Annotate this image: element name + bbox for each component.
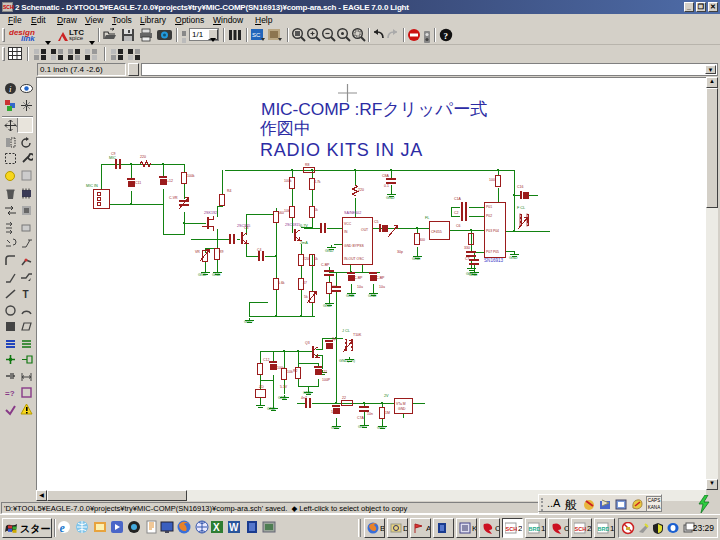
svg-text:T10K: T10K — [353, 333, 362, 337]
svg-text:P02: P02 — [486, 214, 492, 218]
svg-text:GND: GND — [358, 425, 367, 429]
svg-text:C6: C6 — [456, 224, 461, 228]
svg-text:4n7: 4n7 — [301, 396, 307, 400]
svg-text:P07 P05: P07 P05 — [486, 250, 499, 254]
svg-text:1k: 1k — [314, 208, 318, 212]
svg-text:GND BYPSS: GND BYPSS — [344, 244, 365, 248]
svg-text:100k: 100k — [284, 179, 292, 183]
svg-text:GND: GND — [398, 407, 406, 411]
svg-text:C7: C7 — [465, 257, 470, 261]
svg-text:C8A: C8A — [382, 174, 389, 178]
svg-text:330: 330 — [464, 246, 470, 250]
svg-text:=?: =? — [5, 389, 15, 398]
svg-text:30p: 30p — [397, 250, 403, 254]
svg-text:ZD: ZD — [259, 385, 264, 389]
svg-text:0.1: 0.1 — [384, 184, 389, 188]
svg-text:C-BP: C-BP — [376, 276, 385, 280]
svg-text:GND: GND — [212, 273, 221, 277]
svg-text:X: X — [213, 522, 220, 533]
svg-text:OUT: OUT — [361, 228, 368, 232]
svg-text:C16: C16 — [517, 185, 523, 189]
svg-text:100P: 100P — [322, 378, 331, 382]
svg-text:GND(TR): GND(TR) — [339, 359, 356, 363]
svg-text:1M: 1M — [385, 411, 390, 415]
svg-text:RADIO KITS IN JA: RADIO KITS IN JA — [260, 140, 423, 160]
svg-text:CF455: CF455 — [431, 230, 442, 234]
svg-text:R8: R8 — [305, 163, 310, 167]
svg-text:SN16913: SN16913 — [484, 258, 504, 263]
svg-text:GND: GND — [303, 391, 312, 395]
svg-text:300: 300 — [419, 238, 425, 242]
svg-text:220: 220 — [303, 257, 309, 261]
svg-text:C11: C11 — [135, 181, 141, 185]
svg-text:SCH: SCH — [575, 526, 587, 532]
svg-text:MIC-COMP :RFクリッパー式: MIC-COMP :RFクリッパー式 — [261, 99, 488, 119]
svg-text:GND: GND — [267, 407, 276, 411]
svg-text:GND: GND — [323, 304, 332, 308]
svg-text:4.7k: 4.7k — [314, 180, 321, 184]
svg-text:GND: GND — [346, 294, 355, 298]
svg-text:GND: GND — [412, 257, 421, 261]
svg-text:SA/NE602: SA/NE602 — [344, 211, 361, 215]
svg-text:+12: +12 — [167, 179, 173, 183]
svg-text:C5: C5 — [374, 220, 379, 224]
svg-text:?: ? — [444, 31, 449, 41]
svg-text:C12: C12 — [263, 358, 269, 362]
svg-text:10k: 10k — [284, 209, 290, 213]
svg-text:SC: SC — [252, 32, 261, 38]
svg-text:SCH: SCH — [506, 526, 518, 532]
svg-text:10u: 10u — [331, 410, 337, 414]
svg-text:2mA: 2mA — [300, 241, 308, 245]
svg-text:BRD: BRD — [529, 526, 541, 532]
svg-text:作図中: 作図中 — [259, 119, 311, 138]
svg-text:GND: GND — [331, 426, 340, 430]
svg-text:e: e — [60, 521, 66, 535]
svg-text:5.1V: 5.1V — [280, 385, 288, 389]
svg-text:C7A: C7A — [357, 416, 364, 420]
svg-text:220: 220 — [358, 188, 364, 192]
svg-text:R4: R4 — [227, 189, 232, 193]
svg-text:C4: C4 — [257, 248, 262, 252]
svg-text:VR: VR — [195, 250, 200, 254]
svg-text:W: W — [229, 522, 239, 533]
svg-text:2SC1815: 2SC1815 — [285, 223, 300, 227]
svg-text:100u: 100u — [277, 366, 285, 370]
svg-text:GND: GND — [198, 273, 207, 277]
svg-text:0.7V: 0.7V — [300, 224, 308, 228]
svg-text:F CL: F CL — [517, 206, 525, 210]
svg-text:220: 220 — [140, 155, 146, 159]
svg-text:MIC IN: MIC IN — [86, 184, 98, 188]
svg-text:100k: 100k — [187, 174, 195, 178]
svg-text:2V: 2V — [384, 394, 389, 398]
svg-text:IN: IN — [344, 230, 348, 234]
svg-text:GND: GND — [368, 294, 377, 298]
svg-text:100: 100 — [489, 178, 495, 182]
svg-text:R9: R9 — [219, 250, 224, 254]
svg-text:C1A: C1A — [454, 197, 461, 201]
svg-text:VCC: VCC — [344, 222, 352, 226]
svg-text:P03 P04: P03 P04 — [486, 229, 499, 233]
svg-text:10n: 10n — [367, 412, 373, 416]
svg-text:3p: 3p — [332, 337, 336, 341]
svg-text:560: 560 — [278, 211, 284, 215]
svg-text:2SK192: 2SK192 — [204, 211, 217, 215]
svg-text:22: 22 — [342, 396, 346, 400]
svg-text:GND: GND — [469, 273, 478, 277]
svg-text:T: T — [22, 289, 28, 300]
svg-text:C-BP: C-BP — [321, 263, 330, 267]
svg-text:GND: GND — [244, 320, 253, 324]
svg-text:IN-OUT OSC: IN-OUT OSC — [344, 257, 364, 261]
svg-text:GND: GND — [386, 196, 395, 200]
svg-text:MIC: MIC — [109, 156, 116, 160]
svg-text:VTa M: VTa M — [396, 402, 406, 406]
svg-text:P01: P01 — [486, 205, 492, 209]
svg-text:J CL: J CL — [342, 329, 350, 333]
svg-text:2SC945: 2SC945 — [237, 224, 250, 228]
svg-text:100: 100 — [331, 285, 337, 289]
svg-text:10u: 10u — [379, 285, 385, 289]
svg-text:1k: 1k — [314, 257, 318, 261]
svg-text:C2: C2 — [454, 211, 459, 215]
svg-text:FL: FL — [425, 216, 429, 220]
svg-text:GND: GND — [509, 256, 518, 260]
svg-text:Q3: Q3 — [305, 341, 310, 345]
